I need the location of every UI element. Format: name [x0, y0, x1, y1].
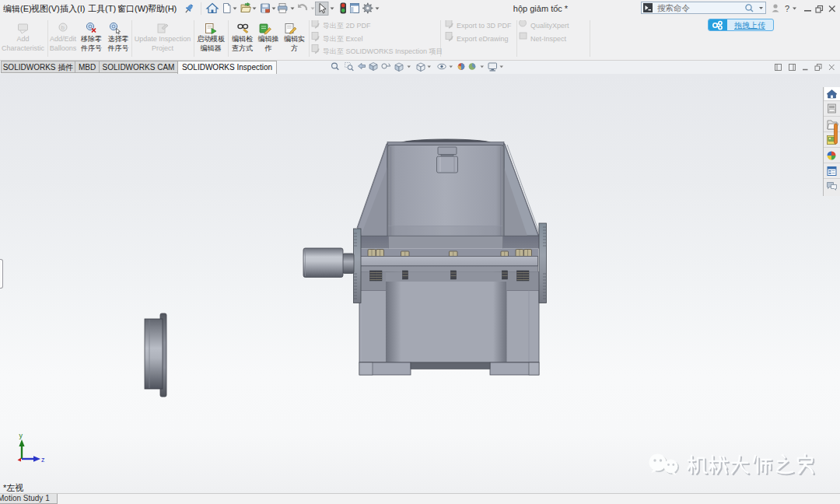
- svg-text:y: y: [19, 432, 23, 439]
- svg-text:b: b: [61, 24, 65, 31]
- svg-text:?: ?: [785, 4, 789, 13]
- svg-text:z: z: [41, 456, 45, 464]
